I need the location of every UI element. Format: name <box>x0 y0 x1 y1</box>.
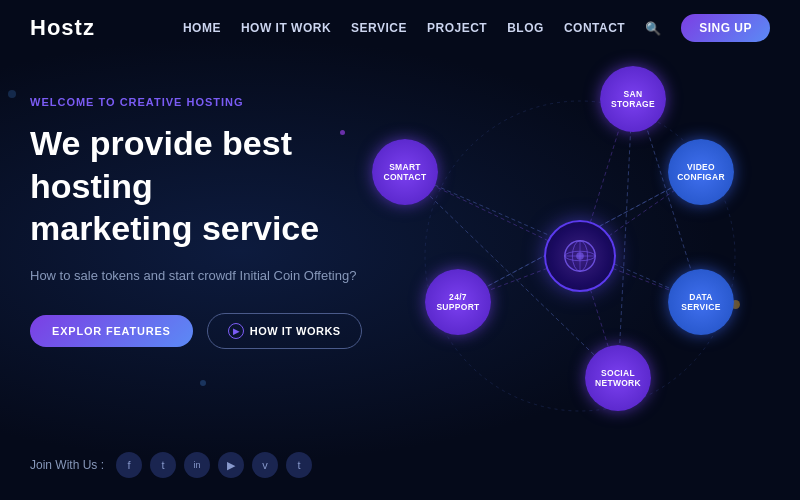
globe-icon <box>561 237 599 275</box>
video-configar-node: VIDEOCONFIGAR <box>668 139 734 205</box>
youtube-icon[interactable]: ▶ <box>218 452 244 478</box>
nav-links: HOME HOW IT WORK SERVICE PROJECT BLOG CO… <box>183 14 770 42</box>
navbar: Hostz HOME HOW IT WORK SERVICE PROJECT B… <box>0 0 800 56</box>
hero-subtitle: WELCOME TO CREATIVE HOSTING <box>30 96 390 108</box>
hero-content: WELCOME TO CREATIVE HOSTING We provide b… <box>30 76 390 429</box>
search-icon[interactable]: 🔍 <box>645 21 661 36</box>
support-node: 24/7SUPPORT <box>425 269 491 335</box>
diagram-container: .dline { stroke: #3a4a8a; stroke-width: … <box>390 66 770 446</box>
vimeo-icon[interactable]: v <box>252 452 278 478</box>
hero-buttons: EXPLOR FEATURES ▶ HOW IT WORKS <box>30 313 390 349</box>
nav-home[interactable]: HOME <box>183 21 221 35</box>
data-service-node: DATASERVICE <box>668 269 734 335</box>
nav-blog[interactable]: BLOG <box>507 21 544 35</box>
hero-title: We provide best hosting marketing servic… <box>30 122 390 250</box>
social-network-node: SOCIALNETWORK <box>585 345 651 411</box>
smart-contact-node: SMARTCONTACT <box>372 139 438 205</box>
explore-button[interactable]: EXPLOR FEATURES <box>30 315 193 347</box>
linkedin-icon[interactable]: in <box>184 452 210 478</box>
facebook-icon[interactable]: f <box>116 452 142 478</box>
signup-button[interactable]: SING UP <box>681 14 770 42</box>
tumblr-icon[interactable]: t <box>286 452 312 478</box>
nav-project[interactable]: PROJECT <box>427 21 487 35</box>
nav-contact[interactable]: CONTACT <box>564 21 625 35</box>
svg-point-18 <box>576 252 584 260</box>
san-storage-node: SANSTORAGE <box>600 66 666 132</box>
logo: Hostz <box>30 15 95 41</box>
twitter-icon[interactable]: t <box>150 452 176 478</box>
social-label: Join With Us : <box>30 458 104 472</box>
hero-description: How to sale tokens and start crowdf Init… <box>30 266 390 286</box>
nav-service[interactable]: SERVICE <box>351 21 407 35</box>
play-icon: ▶ <box>228 323 244 339</box>
social-row: Join With Us : f t in ▶ v t <box>30 452 312 478</box>
how-it-works-button[interactable]: ▶ HOW IT WORKS <box>207 313 362 349</box>
nav-how-it-work[interactable]: HOW IT WORK <box>241 21 331 35</box>
center-node <box>544 220 616 292</box>
hero-section: WELCOME TO CREATIVE HOSTING We provide b… <box>0 56 800 446</box>
